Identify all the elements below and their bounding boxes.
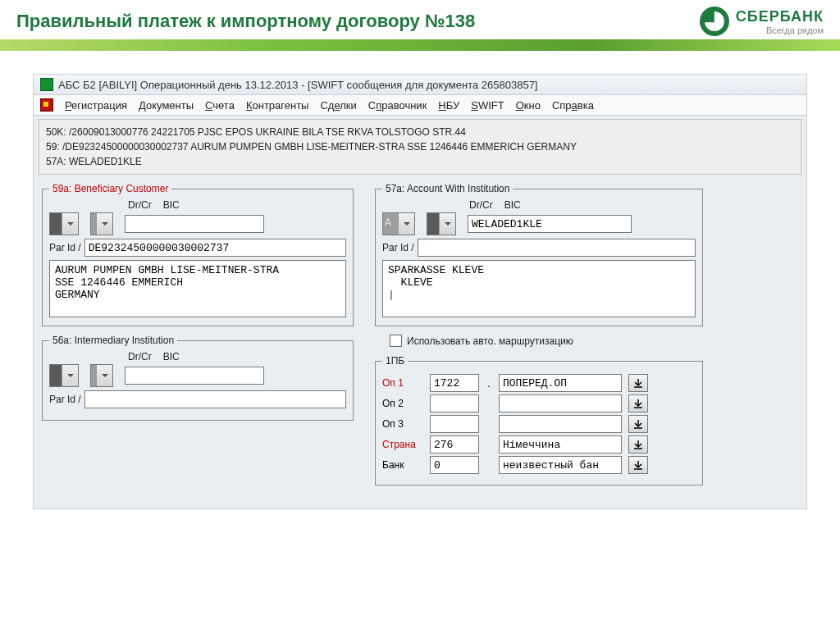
label-bic-59a: BIC: [163, 199, 180, 211]
chevron-down-icon[interactable]: [96, 213, 112, 235]
menu-deals[interactable]: Сделки: [320, 99, 356, 112]
op2-code-input[interactable]: [430, 394, 479, 412]
bic-input-57a[interactable]: [468, 215, 632, 233]
country-name-input[interactable]: [499, 435, 622, 454]
fieldset-59a: 59a: Beneficiary Customer Dr/Cr BIC: [42, 183, 354, 326]
label-parid-59a: Par Id /: [49, 242, 81, 253]
op2-lookup-button[interactable]: [628, 394, 648, 412]
label-bic-56a: BIC: [163, 351, 180, 362]
country-lookup-button[interactable]: [628, 435, 648, 454]
label-parid-56a: Par Id /: [49, 394, 81, 405]
legend-56a: 56a: Intermediary Institution: [49, 335, 177, 346]
label-op2: Оп 2: [382, 398, 423, 409]
dropdown-59a-drcr[interactable]: [90, 212, 113, 235]
app-window: АБС Б2 [ABILYI] Операционный день 13.12.…: [33, 74, 807, 509]
fieldset-1pb: 1ПБ Оп 1 . Оп 2: [375, 355, 703, 485]
divider-bar: [0, 39, 840, 51]
app-title: АБС Б2 [ABILYI] Операционный день 13.12.…: [58, 79, 537, 91]
label-drcr-56a: Dr/Cr: [128, 351, 152, 362]
label-bank: Банк: [382, 459, 423, 471]
menu-window[interactable]: Окно: [516, 99, 541, 112]
swift-line-59: 59: /DE92324500000030002737 AURUM PUMPEN…: [46, 139, 794, 154]
menu-handbook[interactable]: Справочник: [368, 99, 427, 112]
body-59a[interactable]: AURUM PUMPEN GMBH LISE-MEITNER-STRA SSE …: [49, 260, 346, 317]
title-bar: АБС Б2 [ABILYI] Операционный день 13.12.…: [34, 75, 806, 95]
chevron-down-icon[interactable]: [62, 365, 78, 386]
legend-59a: 59a: Beneficiary Customer: [49, 183, 171, 194]
dropdown-56a-drcr[interactable]: [90, 364, 113, 387]
chevron-down-icon[interactable]: [62, 213, 78, 235]
swift-info-box: 50K: /26009013000776 24221705 PJSC EPOS …: [39, 119, 801, 175]
parid-input-56a[interactable]: [84, 390, 346, 408]
label-parid-57a: Par Id /: [382, 242, 414, 253]
parid-input-59a[interactable]: [84, 239, 346, 257]
slide-header: Правильный платеж к импортному договору …: [0, 0, 840, 39]
bank-lookup-button[interactable]: [628, 456, 648, 474]
menu-nbu[interactable]: НБУ: [438, 99, 459, 112]
bank-code-input[interactable]: [430, 456, 479, 474]
app-icon: [40, 78, 53, 91]
sberbank-logo-icon: [700, 7, 729, 36]
menu-counterparties[interactable]: Контрагенты: [246, 99, 309, 112]
label-drcr-57a: Dr/Cr: [469, 199, 493, 211]
label-bic-57a: BIC: [504, 199, 521, 211]
menu-app-icon[interactable]: [40, 98, 53, 112]
brand-tagline: Всегда рядом: [736, 25, 824, 35]
menu-documents[interactable]: Документы: [139, 99, 194, 112]
dropdown-56a-type[interactable]: [49, 364, 79, 387]
menu-accounts[interactable]: Счета: [205, 99, 235, 112]
label-drcr-59a: Dr/Cr: [128, 199, 152, 211]
parid-input-57a[interactable]: [418, 239, 696, 257]
fieldset-57a: 57a: Account With Institution Dr/Cr BIC …: [375, 183, 703, 326]
op1-text-input[interactable]: [499, 374, 622, 392]
chevron-down-icon[interactable]: [96, 365, 112, 386]
op1-lookup-button[interactable]: [628, 374, 648, 392]
page-title: Правильный платеж к импортному договору …: [16, 11, 475, 32]
bic-input-59a[interactable]: [125, 215, 264, 233]
op3-lookup-button[interactable]: [628, 415, 648, 433]
menu-bar: Регистрация Документы Счета Контрагенты …: [34, 95, 806, 116]
country-code-input[interactable]: [430, 435, 479, 454]
auto-routing-checkbox[interactable]: [390, 335, 402, 347]
fieldset-56a: 56a: Intermediary Institution Dr/Cr BIC: [42, 335, 354, 421]
chevron-down-icon[interactable]: [439, 213, 455, 235]
menu-swift[interactable]: SWIFT: [471, 99, 504, 112]
legend-57a: 57a: Account With Institution: [382, 183, 513, 194]
op1-code-input[interactable]: [430, 374, 479, 392]
menu-help[interactable]: Справка: [552, 99, 594, 112]
op3-code-input[interactable]: [430, 415, 479, 433]
label-country: Страна: [382, 439, 423, 450]
swift-line-57a: 57A: WELADED1KLE: [46, 154, 794, 169]
op2-text-input[interactable]: [499, 394, 622, 412]
auto-routing-row[interactable]: Использовать авто. маршрутизацию: [390, 335, 703, 347]
bic-input-56a[interactable]: [125, 367, 264, 385]
brand-name: СБЕРБАНК: [736, 8, 824, 25]
body-57a[interactable]: SPARKASSE KLEVE KLEVE |: [382, 260, 696, 317]
brand: СБЕРБАНК Всегда рядом: [700, 7, 824, 36]
menu-registration[interactable]: Регистрация: [65, 99, 127, 112]
dropdown-57a-type[interactable]: A: [382, 212, 415, 235]
chevron-down-icon[interactable]: [398, 213, 414, 235]
label-op1: Оп 1: [382, 377, 423, 389]
dropdown-57a-drcr[interactable]: [427, 212, 456, 235]
swift-line-50k: 50K: /26009013000776 24221705 PJSC EPOS …: [46, 125, 794, 139]
legend-1pb: 1ПБ: [382, 355, 408, 367]
auto-routing-label: Использовать авто. маршрутизацию: [407, 335, 573, 347]
bank-name-input[interactable]: [499, 456, 622, 474]
op3-text-input[interactable]: [499, 415, 622, 433]
label-op3: Оп 3: [382, 418, 423, 430]
dropdown-59a-type[interactable]: [49, 212, 79, 235]
